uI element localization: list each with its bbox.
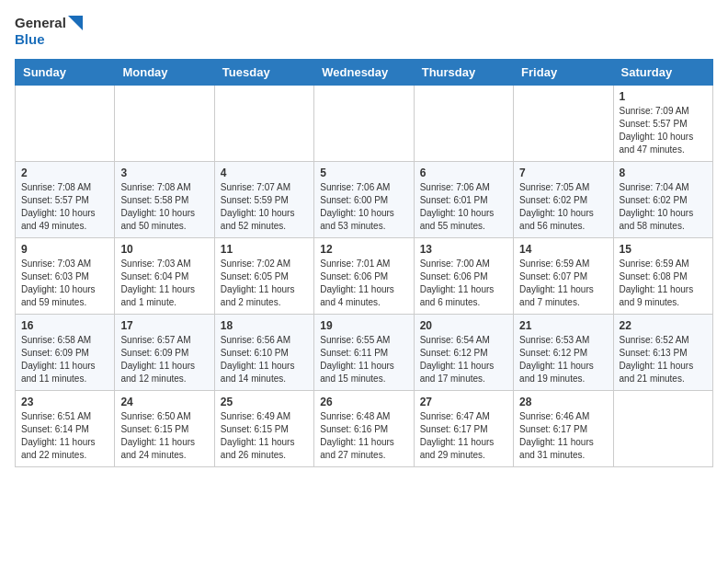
day-number: 11 [221, 243, 308, 256]
day-number: 4 [221, 167, 308, 179]
weekday-header-thursday: Thursday [414, 60, 513, 86]
calendar-cell: 24Sunrise: 6:50 AM Sunset: 6:15 PM Dayli… [115, 391, 214, 467]
calendar-cell: 20Sunrise: 6:54 AM Sunset: 6:12 PM Dayli… [414, 315, 513, 391]
day-number: 28 [519, 396, 607, 408]
weekday-header-tuesday: Tuesday [214, 60, 313, 86]
calendar-cell: 6Sunrise: 7:06 AM Sunset: 6:01 PM Daylig… [414, 162, 513, 238]
day-info: Sunrise: 6:56 AM Sunset: 6:10 PM Dayligh… [221, 334, 308, 385]
day-info: Sunrise: 6:47 AM Sunset: 6:17 PM Dayligh… [420, 410, 507, 462]
day-number: 7 [519, 167, 607, 179]
day-info: Sunrise: 7:05 AM Sunset: 6:02 PM Dayligh… [519, 181, 607, 233]
calendar-cell: 28Sunrise: 6:46 AM Sunset: 6:17 PM Dayli… [514, 391, 613, 467]
day-number: 13 [420, 243, 507, 256]
day-info: Sunrise: 7:06 AM Sunset: 6:00 PM Dayligh… [320, 181, 407, 233]
calendar-cell [16, 86, 115, 162]
day-number: 17 [120, 319, 208, 332]
svg-marker-0 [68, 16, 83, 30]
weekday-header-friday: Friday [514, 60, 613, 86]
week-row-3: 9Sunrise: 7:03 AM Sunset: 6:03 PM Daylig… [16, 238, 713, 315]
calendar-cell [514, 86, 613, 162]
calendar-cell: 4Sunrise: 7:07 AM Sunset: 5:59 PM Daylig… [214, 162, 313, 238]
day-info: Sunrise: 6:50 AM Sunset: 6:15 PM Dayligh… [120, 410, 208, 462]
day-number: 8 [620, 167, 707, 179]
calendar-cell: 12Sunrise: 7:01 AM Sunset: 6:06 PM Dayli… [314, 238, 414, 315]
day-info: Sunrise: 6:48 AM Sunset: 6:16 PM Dayligh… [320, 410, 407, 462]
logo-arrow-icon [68, 16, 83, 30]
calendar-cell: 21Sunrise: 6:53 AM Sunset: 6:12 PM Dayli… [514, 315, 613, 391]
day-number: 14 [519, 243, 607, 256]
day-info: Sunrise: 7:02 AM Sunset: 6:05 PM Dayligh… [221, 258, 308, 309]
day-info: Sunrise: 7:00 AM Sunset: 6:06 PM Dayligh… [420, 258, 507, 309]
calendar-cell: 8Sunrise: 7:04 AM Sunset: 6:02 PM Daylig… [613, 162, 712, 238]
day-number: 25 [221, 396, 308, 408]
week-row-4: 16Sunrise: 6:58 AM Sunset: 6:09 PM Dayli… [16, 315, 713, 391]
weekday-header-sunday: Sunday [16, 60, 115, 86]
day-info: Sunrise: 6:55 AM Sunset: 6:11 PM Dayligh… [320, 334, 407, 385]
page-header: General Blue [15, 15, 713, 48]
week-row-2: 2Sunrise: 7:08 AM Sunset: 5:57 PM Daylig… [16, 162, 713, 238]
calendar-cell: 25Sunrise: 6:49 AM Sunset: 6:15 PM Dayli… [214, 391, 313, 467]
weekday-header-monday: Monday [115, 60, 214, 86]
week-row-1: 1Sunrise: 7:09 AM Sunset: 5:57 PM Daylig… [16, 86, 713, 162]
day-info: Sunrise: 6:58 AM Sunset: 6:09 PM Dayligh… [21, 334, 108, 385]
weekday-header-row: SundayMondayTuesdayWednesdayThursdayFrid… [16, 60, 713, 86]
week-row-5: 23Sunrise: 6:51 AM Sunset: 6:14 PM Dayli… [16, 391, 713, 467]
logo-container: General Blue [15, 15, 83, 48]
day-number: 18 [221, 319, 308, 332]
day-info: Sunrise: 6:57 AM Sunset: 6:09 PM Dayligh… [120, 334, 208, 385]
calendar-cell [414, 86, 513, 162]
day-number: 16 [21, 319, 108, 332]
day-number: 21 [519, 319, 607, 332]
weekday-header-wednesday: Wednesday [314, 60, 414, 86]
calendar-cell: 23Sunrise: 6:51 AM Sunset: 6:14 PM Dayli… [16, 391, 115, 467]
day-info: Sunrise: 7:07 AM Sunset: 5:59 PM Dayligh… [221, 181, 308, 233]
day-number: 22 [620, 319, 707, 332]
day-number: 23 [21, 396, 108, 408]
day-info: Sunrise: 7:01 AM Sunset: 6:06 PM Dayligh… [320, 258, 407, 309]
day-number: 2 [21, 167, 108, 179]
calendar-cell [115, 86, 214, 162]
calendar-cell: 17Sunrise: 6:57 AM Sunset: 6:09 PM Dayli… [115, 315, 214, 391]
calendar-cell: 7Sunrise: 7:05 AM Sunset: 6:02 PM Daylig… [514, 162, 613, 238]
calendar-cell: 26Sunrise: 6:48 AM Sunset: 6:16 PM Dayli… [314, 391, 414, 467]
day-info: Sunrise: 7:03 AM Sunset: 6:03 PM Dayligh… [21, 258, 108, 309]
calendar-cell: 10Sunrise: 7:03 AM Sunset: 6:04 PM Dayli… [115, 238, 214, 315]
calendar-cell: 19Sunrise: 6:55 AM Sunset: 6:11 PM Dayli… [314, 315, 414, 391]
calendar-cell [214, 86, 313, 162]
day-info: Sunrise: 7:08 AM Sunset: 5:57 PM Dayligh… [21, 181, 108, 233]
day-number: 10 [120, 243, 208, 256]
day-number: 24 [120, 396, 208, 408]
calendar-cell: 3Sunrise: 7:08 AM Sunset: 5:58 PM Daylig… [115, 162, 214, 238]
day-info: Sunrise: 6:59 AM Sunset: 6:08 PM Dayligh… [620, 258, 707, 309]
calendar-cell: 5Sunrise: 7:06 AM Sunset: 6:00 PM Daylig… [314, 162, 414, 238]
calendar-cell: 11Sunrise: 7:02 AM Sunset: 6:05 PM Dayli… [214, 238, 313, 315]
day-info: Sunrise: 6:54 AM Sunset: 6:12 PM Dayligh… [420, 334, 507, 385]
day-info: Sunrise: 6:46 AM Sunset: 6:17 PM Dayligh… [519, 410, 607, 462]
logo-general-text: General [15, 15, 66, 31]
calendar-cell: 14Sunrise: 6:59 AM Sunset: 6:07 PM Dayli… [514, 238, 613, 315]
day-number: 3 [120, 167, 208, 179]
day-number: 27 [420, 396, 507, 408]
calendar-cell: 18Sunrise: 6:56 AM Sunset: 6:10 PM Dayli… [214, 315, 313, 391]
day-number: 1 [620, 90, 707, 103]
day-number: 19 [320, 319, 407, 332]
day-info: Sunrise: 6:53 AM Sunset: 6:12 PM Dayligh… [519, 334, 607, 385]
calendar-cell [613, 391, 712, 467]
day-info: Sunrise: 6:59 AM Sunset: 6:07 PM Dayligh… [519, 258, 607, 309]
calendar-cell: 1Sunrise: 7:09 AM Sunset: 5:57 PM Daylig… [613, 86, 712, 162]
day-number: 6 [420, 167, 507, 179]
calendar-cell: 27Sunrise: 6:47 AM Sunset: 6:17 PM Dayli… [414, 391, 513, 467]
calendar-table: SundayMondayTuesdayWednesdayThursdayFrid… [15, 59, 713, 467]
day-info: Sunrise: 6:52 AM Sunset: 6:13 PM Dayligh… [620, 334, 707, 385]
calendar-cell: 9Sunrise: 7:03 AM Sunset: 6:03 PM Daylig… [16, 238, 115, 315]
day-number: 9 [21, 243, 108, 256]
logo: General Blue [15, 15, 83, 48]
day-info: Sunrise: 7:06 AM Sunset: 6:01 PM Dayligh… [420, 181, 507, 233]
day-info: Sunrise: 7:04 AM Sunset: 6:02 PM Dayligh… [620, 181, 707, 233]
calendar-cell: 2Sunrise: 7:08 AM Sunset: 5:57 PM Daylig… [16, 162, 115, 238]
day-number: 26 [320, 396, 407, 408]
day-info: Sunrise: 6:51 AM Sunset: 6:14 PM Dayligh… [21, 410, 108, 462]
day-number: 20 [420, 319, 507, 332]
calendar-cell: 22Sunrise: 6:52 AM Sunset: 6:13 PM Dayli… [613, 315, 712, 391]
day-number: 15 [620, 243, 707, 256]
